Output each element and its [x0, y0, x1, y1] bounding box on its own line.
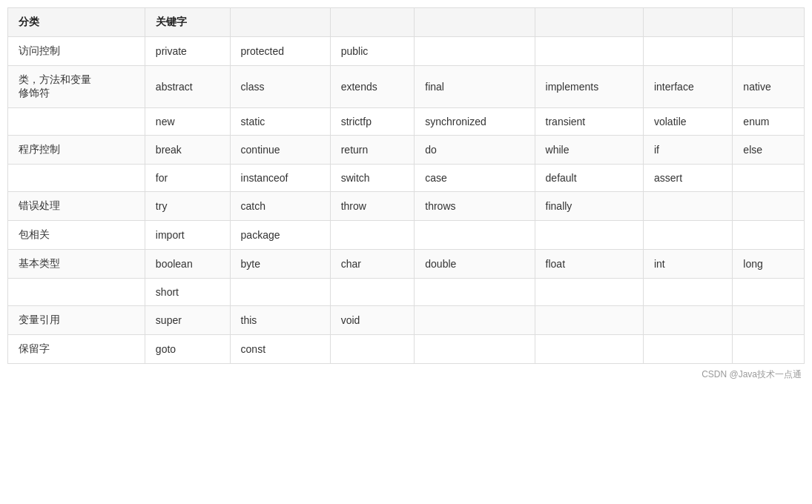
keyword-cell — [733, 279, 805, 306]
keyword-cell: byte — [230, 250, 330, 279]
keyword-cell — [643, 192, 732, 221]
keyword-cell — [535, 37, 643, 66]
keyword-cell: default — [535, 165, 643, 192]
category-cell: 访问控制 — [8, 37, 145, 66]
keyword-cell: implements — [535, 66, 643, 108]
keyword-cell: extends — [330, 66, 415, 108]
header-col7 — [733, 8, 805, 37]
header-col5 — [535, 8, 643, 37]
keyword-cell: final — [415, 66, 535, 108]
table-header-row: 分类 关键字 — [8, 8, 805, 37]
table-row: 变量引用superthisvoid — [8, 306, 805, 335]
category-cell: 错误处理 — [8, 192, 145, 221]
table-row: 包相关importpackage — [8, 221, 805, 250]
keyword-cell: enum — [733, 108, 805, 136]
keyword-cell — [330, 279, 415, 306]
keyword-cell: else — [733, 136, 805, 165]
keyword-cell: do — [415, 136, 535, 165]
keyword-cell: package — [230, 221, 330, 250]
keyword-cell — [535, 221, 643, 250]
table-row: 访问控制privateprotectedpublic — [8, 37, 805, 66]
keyword-cell: case — [415, 165, 535, 192]
keyword-cell: import — [145, 221, 230, 250]
keyword-cell: class — [230, 66, 330, 108]
header-keyword: 关键字 — [145, 8, 230, 37]
keyword-cell: return — [330, 136, 415, 165]
keyword-cell — [230, 279, 330, 306]
keyword-cell: finally — [535, 192, 643, 221]
keyword-cell: void — [330, 306, 415, 335]
table-row: short — [8, 279, 805, 306]
keyword-cell — [643, 279, 732, 306]
keyword-cell — [643, 221, 732, 250]
header-col4 — [415, 8, 535, 37]
category-cell: 包相关 — [8, 221, 145, 250]
header-col6 — [643, 8, 732, 37]
keyword-cell: boolean — [145, 250, 230, 279]
table-row: 类，方法和变量修饰符abstractclassextendsfinalimple… — [8, 66, 805, 108]
table-row: forinstanceofswitchcasedefaultassert — [8, 165, 805, 192]
keyword-cell: native — [733, 66, 805, 108]
keyword-cell — [415, 335, 535, 364]
keyword-cell — [535, 279, 643, 306]
table-row: 保留字gotoconst — [8, 335, 805, 364]
header-col3 — [330, 8, 415, 37]
category-cell — [8, 108, 145, 136]
keyword-cell: private — [145, 37, 230, 66]
header-category: 分类 — [8, 8, 145, 37]
keyword-cell — [415, 306, 535, 335]
main-container: 分类 关键字 访问控制privateprotectedpublic类，方法和变量… — [7, 7, 805, 382]
keyword-cell: for — [145, 165, 230, 192]
keyword-cell — [733, 221, 805, 250]
keyword-cell: catch — [230, 192, 330, 221]
keyword-cell: switch — [330, 165, 415, 192]
keyword-cell: while — [535, 136, 643, 165]
keyword-cell: assert — [643, 165, 732, 192]
category-cell: 类，方法和变量修饰符 — [8, 66, 145, 108]
keyword-cell — [643, 306, 732, 335]
keyword-cell — [733, 37, 805, 66]
keyword-cell: try — [145, 192, 230, 221]
keyword-cell: static — [230, 108, 330, 136]
keyword-cell — [535, 306, 643, 335]
keyword-cell: volatile — [643, 108, 732, 136]
keyword-cell — [733, 192, 805, 221]
keyword-cell — [330, 335, 415, 364]
keyword-cell: instanceof — [230, 165, 330, 192]
category-cell: 变量引用 — [8, 306, 145, 335]
keyword-cell: const — [230, 335, 330, 364]
keyword-cell: double — [415, 250, 535, 279]
category-cell: 基本类型 — [8, 250, 145, 279]
keyword-cell: abstract — [145, 66, 230, 108]
keyword-cell: continue — [230, 136, 330, 165]
keyword-cell: goto — [145, 335, 230, 364]
category-cell: 保留字 — [8, 335, 145, 364]
keyword-cell: synchronized — [415, 108, 535, 136]
category-cell — [8, 279, 145, 306]
keyword-cell — [733, 165, 805, 192]
keyword-cell: new — [145, 108, 230, 136]
table-row: newstaticstrictfpsynchronizedtransientvo… — [8, 108, 805, 136]
keyword-cell — [535, 335, 643, 364]
keyword-cell: public — [330, 37, 415, 66]
keyword-cell — [415, 221, 535, 250]
keyword-cell: short — [145, 279, 230, 306]
keyword-cell: long — [733, 250, 805, 279]
keyword-cell — [643, 37, 732, 66]
keyword-cell — [415, 279, 535, 306]
keyword-cell — [415, 37, 535, 66]
category-cell — [8, 165, 145, 192]
keyword-cell: break — [145, 136, 230, 165]
keyword-cell — [330, 221, 415, 250]
keyword-cell: throw — [330, 192, 415, 221]
keyword-cell: char — [330, 250, 415, 279]
keyword-cell: super — [145, 306, 230, 335]
keyword-cell: throws — [415, 192, 535, 221]
keyword-cell: interface — [643, 66, 732, 108]
table-row: 错误处理trycatchthrowthrowsfinally — [8, 192, 805, 221]
watermark: CSDN @Java技术一点通 — [7, 364, 805, 382]
keyword-cell: float — [535, 250, 643, 279]
keyword-cell: transient — [535, 108, 643, 136]
header-col2 — [230, 8, 330, 37]
category-cell: 程序控制 — [8, 136, 145, 165]
